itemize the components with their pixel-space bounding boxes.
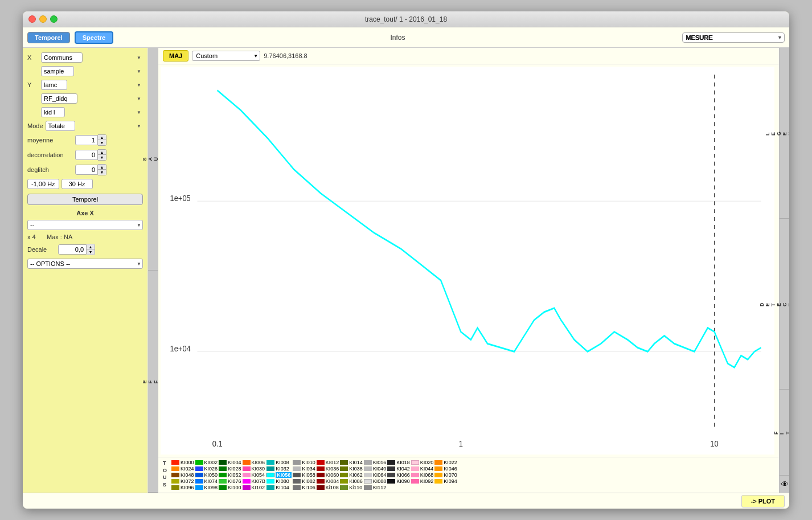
temporel-button[interactable]: Temporel — [27, 194, 143, 205]
legend-item-ki062[interactable]: KI062 — [340, 472, 363, 478]
legend-item-ki008[interactable]: KI008 — [266, 460, 292, 465]
legend-item-ki108[interactable]: Ki108 — [317, 485, 339, 490]
minimize-button[interactable] — [39, 15, 47, 23]
legend-item-ki054[interactable]: KI054 — [243, 472, 266, 478]
eye-icon[interactable]: 👁 — [781, 480, 789, 489]
decale-input[interactable] — [58, 244, 87, 255]
legende-section[interactable]: LEGENDE — [780, 48, 789, 219]
legend-item-ki006[interactable]: KI006 — [243, 460, 266, 465]
legend-item-ki020[interactable]: KI020 — [411, 460, 434, 465]
legend-item-ki086[interactable]: KI086 — [340, 478, 363, 484]
eye-section[interactable]: 👁 — [780, 476, 789, 493]
legend-item-ki056[interactable]: KI056 — [266, 472, 292, 478]
decorrelation-up[interactable]: ▲ — [98, 150, 106, 155]
freq-min[interactable]: -1,00 Hz — [27, 179, 59, 189]
mesure-select[interactable]: MESURE — [682, 32, 785, 43]
legend-item-ki010[interactable]: KI010 — [293, 460, 315, 465]
legend-item-ki068[interactable]: KI068 — [411, 472, 434, 478]
legend-item-ki016[interactable]: KI016 — [364, 460, 387, 465]
moyenne-down[interactable]: ▼ — [98, 140, 106, 145]
legend-item-ki072[interactable]: KI072 — [171, 478, 194, 484]
y-sub1-select[interactable]: RF_didq — [41, 93, 77, 104]
y-select[interactable]: lamc — [41, 80, 67, 90]
tab-temporel[interactable]: Temporel — [27, 32, 70, 43]
legend-item-ki044[interactable]: KI044 — [411, 466, 434, 472]
deglitch-down[interactable]: ▼ — [98, 170, 106, 175]
legend-item-ki076[interactable]: KI076 — [219, 478, 241, 484]
legend-item-ki092[interactable]: KI092 — [411, 478, 434, 484]
tous-s[interactable]: S — [163, 481, 167, 489]
legend-item-ki090[interactable]: KI090 — [387, 478, 410, 484]
legend-item-ki094[interactable]: KI094 — [434, 478, 457, 484]
legend-item-ki104[interactable]: KI104 — [266, 485, 292, 490]
legend-item-ki098[interactable]: KI098 — [195, 485, 218, 490]
legend-item-ki012[interactable]: KI012 — [317, 460, 339, 465]
axe-x-select[interactable]: -- — [27, 220, 143, 230]
decale-spinbox: ▲ ▼ — [58, 244, 95, 255]
close-button[interactable] — [28, 15, 36, 23]
legend-item-ki096[interactable]: KI096 — [171, 485, 194, 490]
tous-t[interactable]: T — [163, 460, 167, 467]
legend-item-ki064[interactable]: KI064 — [364, 472, 387, 478]
custom-select[interactable]: Custom — [192, 51, 260, 61]
legend-item-ki002[interactable]: KI002 — [195, 460, 218, 465]
options-select[interactable]: -- OPTIONS -- — [27, 259, 143, 269]
legend-item-ki024[interactable]: KI024 — [171, 466, 194, 472]
decale-up[interactable]: ▲ — [87, 244, 95, 249]
legend-item-ki080[interactable]: KI080 — [266, 478, 292, 484]
x-sub-select[interactable]: sample — [41, 66, 74, 76]
tous-u[interactable]: U — [163, 474, 167, 481]
legend-item-ki052[interactable]: KI052 — [219, 472, 241, 478]
legend-item-ki048[interactable]: KI048 — [171, 472, 194, 478]
legend-item-ki022[interactable]: KI022 — [434, 460, 457, 465]
legend-item-ki100[interactable]: KI100 — [219, 485, 241, 490]
legend-item-ki088[interactable]: KI088 — [364, 478, 387, 484]
legend-item-ki106[interactable]: KI106 — [293, 485, 315, 490]
legend-item-ki110[interactable]: Ki110 — [340, 485, 363, 490]
decorrelation-down[interactable]: ▼ — [98, 155, 106, 160]
tab-spectre[interactable]: Spectre — [75, 31, 113, 44]
legend-item-ki050[interactable]: KI050 — [195, 472, 218, 478]
x-select[interactable]: Communs — [41, 52, 83, 63]
legend-item-ki040[interactable]: KI040 — [364, 466, 387, 472]
legend-left-labels[interactable]: T O U S — [163, 460, 167, 488]
fits-section[interactable]: FITS — [780, 390, 789, 476]
legend-item-ki014[interactable]: KI014 — [340, 460, 363, 465]
maximize-button[interactable] — [50, 15, 58, 23]
mode-select[interactable]: Totale — [46, 121, 75, 131]
legend-item-ki018[interactable]: KI018 — [387, 460, 410, 465]
moyenne-up[interactable]: ▲ — [98, 135, 106, 140]
legend-item-ki042[interactable]: KI042 — [387, 466, 410, 472]
moyenne-input[interactable] — [75, 135, 98, 145]
freq-max[interactable]: 30 Hz — [61, 179, 93, 189]
legend-item-ki058[interactable]: KI058 — [293, 472, 315, 478]
decale-down[interactable]: ▼ — [87, 249, 95, 255]
legend-item-ki038[interactable]: KI038 — [340, 466, 363, 472]
decorrelation-input[interactable] — [75, 150, 98, 160]
legend-item-ki032[interactable]: KI032 — [266, 466, 292, 472]
legend-item-ki102[interactable]: KI102 — [243, 485, 266, 490]
deglitch-input[interactable] — [75, 165, 98, 175]
legend-item-ki000[interactable]: KI000 — [171, 460, 194, 465]
maj-button[interactable]: MAJ — [163, 50, 188, 62]
legend-item-ki084[interactable]: KI084 — [317, 478, 339, 484]
legend-item-ki004[interactable]: KI004 — [219, 460, 241, 465]
legend-item-ki074[interactable]: KI074 — [195, 478, 218, 484]
legend-item-ki046[interactable]: KI046 — [434, 466, 457, 472]
y-sub2-select[interactable]: kid l — [41, 107, 65, 117]
plot-button[interactable]: -> PLOT — [741, 495, 785, 507]
detection-section[interactable]: DETECTION — [780, 219, 789, 390]
legend-item-ki070[interactable]: KI070 — [434, 472, 457, 478]
legend-item-ki036[interactable]: KI036 — [317, 466, 339, 472]
legend-item-ki082[interactable]: KI082 — [293, 478, 315, 484]
legend-item-ki112[interactable]: KI112 — [364, 485, 387, 490]
legend-item-ki066[interactable]: KI066 — [387, 472, 410, 478]
deglitch-up[interactable]: ▲ — [98, 165, 106, 170]
legend-item-ki026[interactable]: KI026 — [195, 466, 218, 472]
legend-item-ki07b[interactable]: KI07B — [243, 478, 266, 484]
legend-item-ki034[interactable]: KI034 — [293, 466, 315, 472]
legend-item-ki030[interactable]: KI030 — [243, 466, 266, 472]
legend-item-ki060[interactable]: KI060 — [317, 472, 339, 478]
legend-item-ki028[interactable]: KI028 — [219, 466, 241, 472]
tous-o[interactable]: O — [163, 467, 167, 474]
